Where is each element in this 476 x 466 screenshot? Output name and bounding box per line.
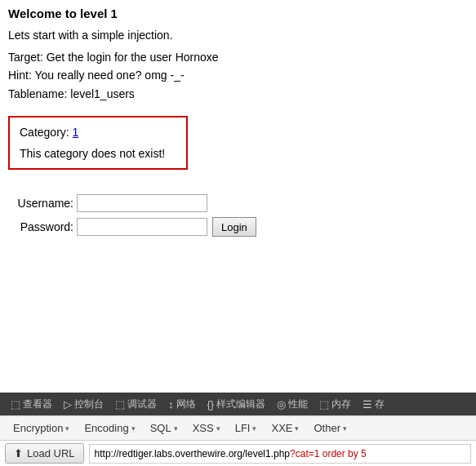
style-icon: {} [207, 398, 215, 411]
network-icon: ↕ [168, 398, 174, 411]
login-form: Username: Password: Login [8, 194, 468, 237]
console-icon: ▷ [64, 398, 72, 411]
encoding-button[interactable]: Encoding ▾ [78, 419, 141, 437]
storage-label: 存 [375, 397, 385, 411]
dev-tool-storage[interactable]: ☰ 存 [357, 393, 390, 415]
security-toolbar: Encryption ▾ Encoding ▾ SQL ▾ XSS ▾ LFI … [0, 415, 476, 440]
style-label: 样式编辑器 [216, 397, 265, 411]
intro-text: Lets start with a simple injection. [8, 29, 468, 42]
login-button[interactable]: Login [212, 217, 256, 237]
memory-icon: ⬚ [319, 398, 329, 411]
main-content: Welcome to level 1 Lets start with a sim… [0, 0, 476, 393]
category-link[interactable]: 1 [73, 126, 79, 139]
dev-tool-console[interactable]: ▷ 控制台 [58, 393, 109, 415]
dev-tool-memory[interactable]: ⬚ 内存 [314, 393, 357, 415]
password-label: Password: [8, 220, 73, 233]
dev-tool-style[interactable]: {} 样式编辑器 [202, 393, 272, 415]
dev-toolbar: ⬚ 查看器 ▷ 控制台 ⬚ 调试器 ↕ 网络 {} 样式编辑器 ◎ 性能 ⬚ 内… [0, 393, 476, 415]
debugger-icon: ⬚ [115, 398, 125, 411]
username-input[interactable] [77, 194, 207, 212]
password-row: Password: Login [8, 217, 468, 237]
other-chevron: ▾ [343, 424, 347, 433]
perf-icon: ◎ [277, 398, 286, 411]
password-input[interactable] [77, 218, 207, 236]
storage-icon: ☰ [363, 398, 372, 411]
target-text: Target: Get the login for the user Horno… [8, 48, 468, 66]
xss-label: XSS [193, 422, 214, 434]
url-highlight-part: ?cat=1 order by 5 [290, 448, 367, 459]
xxe-button[interactable]: XXE ▾ [265, 419, 305, 437]
other-label: Other [314, 422, 340, 434]
sql-label: SQL [150, 422, 171, 434]
info-block: Target: Get the login for the user Horno… [8, 48, 468, 103]
xss-chevron: ▾ [216, 424, 220, 433]
dev-tool-perf[interactable]: ◎ 性能 [271, 393, 314, 415]
load-url-button[interactable]: ⬆ Load URL [5, 443, 84, 464]
encryption-button[interactable]: Encryption ▾ [7, 419, 76, 437]
encryption-label: Encryption [13, 422, 63, 434]
category-box: Category: 1 This category does not exist… [8, 116, 188, 170]
inspector-icon: ⬚ [11, 398, 20, 411]
dev-tool-network[interactable]: ↕ 网络 [162, 393, 202, 415]
encoding-chevron: ▾ [131, 424, 136, 433]
url-display: http://redtiger.labs.overthewire.org/lev… [89, 444, 471, 464]
lfi-chevron: ▾ [252, 424, 256, 433]
memory-label: 内存 [331, 397, 351, 411]
username-label: Username: [8, 197, 73, 210]
xxe-label: XXE [271, 422, 292, 434]
username-row: Username: [8, 194, 468, 212]
hint-text: Hint: You really need one? omg -_- [8, 66, 468, 84]
lfi-label: LFI [235, 422, 251, 434]
xxe-chevron: ▾ [295, 424, 299, 433]
dev-tool-debugger[interactable]: ⬚ 调试器 [109, 393, 162, 415]
category-line: Category: 1 [20, 126, 176, 139]
perf-label: 性能 [288, 397, 308, 411]
load-url-label: Load URL [27, 447, 75, 459]
load-url-icon: ⬆ [14, 447, 23, 459]
sql-button[interactable]: SQL ▾ [144, 419, 185, 437]
inspector-label: 查看器 [23, 397, 52, 411]
encoding-label: Encoding [84, 422, 128, 434]
console-label: 控制台 [74, 397, 104, 411]
url-bar: ⬆ Load URL http://redtiger.labs.overthew… [0, 440, 476, 466]
url-normal-part: http://redtiger.labs.overthewire.org/lev… [95, 448, 290, 459]
other-button[interactable]: Other ▾ [307, 419, 354, 437]
debugger-label: 调试器 [127, 397, 157, 411]
category-label: Category: [20, 126, 73, 139]
page-title: Welcome to level 1 [8, 7, 468, 20]
tablename-text: Tablename: level1_users [8, 85, 468, 103]
encryption-chevron: ▾ [65, 424, 69, 433]
lfi-button[interactable]: LFI ▾ [229, 419, 264, 437]
network-label: 网络 [176, 397, 196, 411]
category-error: This category does not exist! [20, 147, 176, 160]
xss-button[interactable]: XSS ▾ [186, 419, 227, 437]
sql-chevron: ▾ [174, 424, 178, 433]
dev-tool-inspector[interactable]: ⬚ 查看器 [5, 393, 58, 415]
